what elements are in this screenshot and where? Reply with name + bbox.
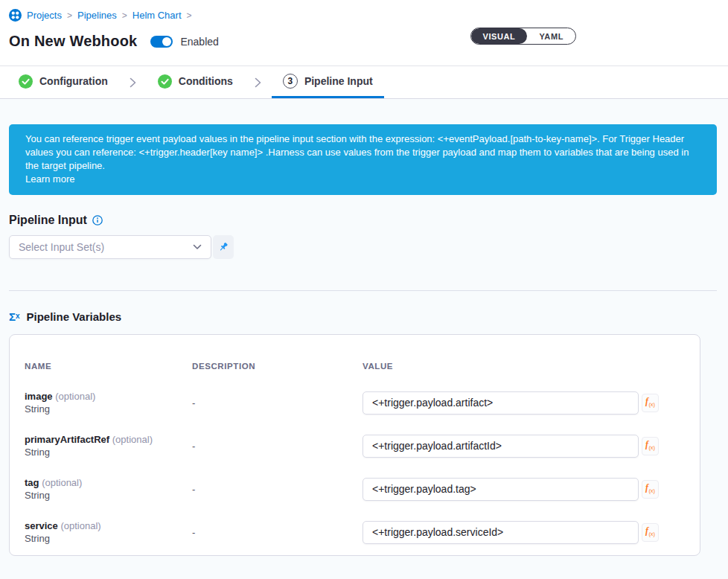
- variable-value-cell: f(x): [363, 478, 685, 501]
- visual-yaml-toggle: VISUAL YAML: [470, 28, 577, 45]
- input-set-row: Select Input Set(s): [9, 235, 717, 259]
- expression-fx-button[interactable]: f(x): [642, 437, 659, 455]
- variable-value-input[interactable]: [363, 435, 639, 458]
- check-circle-icon: [19, 74, 33, 89]
- fx-icon-sub: (x): [648, 444, 655, 451]
- step-number-icon: 3: [283, 74, 298, 89]
- variable-description-cell: -: [192, 525, 363, 539]
- breadcrumb-separator: >: [187, 10, 192, 21]
- pipeline-input-heading-label: Pipeline Input: [9, 214, 87, 227]
- variable-optional-label: (optional): [112, 434, 153, 445]
- sigma-variables-icon: Σˣ: [9, 310, 20, 323]
- info-banner-text: You can reference trigger event payload …: [25, 133, 689, 171]
- variable-value-input[interactable]: [363, 478, 639, 501]
- pin-input-set-button[interactable]: [213, 235, 234, 259]
- column-header-description: DESCRIPTION: [192, 362, 363, 371]
- chevron-right-icon: [255, 66, 261, 98]
- table-row: primaryArtifactRef (optional) String - f…: [25, 433, 685, 458]
- enabled-toggle[interactable]: [150, 36, 173, 48]
- fx-icon: f: [645, 439, 648, 450]
- variable-optional-label: (optional): [60, 520, 100, 531]
- variable-optional-label: (optional): [42, 477, 82, 488]
- fx-icon-sub: (x): [648, 531, 655, 537]
- variable-description-cell: -: [192, 482, 363, 496]
- table-row: image (optional) String - f(x): [25, 390, 685, 415]
- variable-name-cell: tag (optional) String: [25, 476, 192, 502]
- tab-configuration[interactable]: Configuration: [7, 66, 119, 98]
- column-header-value: VALUE: [363, 362, 685, 371]
- page-title: On New Webhook: [9, 33, 137, 50]
- section-divider: [9, 290, 717, 291]
- variable-description: -: [192, 527, 195, 538]
- breadcrumb-link-helm-chart[interactable]: Helm Chart: [132, 10, 182, 21]
- fx-icon: f: [645, 482, 648, 493]
- variable-description: -: [192, 441, 195, 452]
- chevron-right-icon: [130, 66, 136, 98]
- chevron-down-icon: [193, 244, 202, 250]
- variable-type: String: [25, 532, 192, 545]
- table-row: service (optional) String - f(x): [25, 519, 685, 545]
- pipeline-variables-heading-label: Pipeline Variables: [27, 310, 122, 323]
- check-circle-icon: [158, 74, 172, 89]
- input-set-select-placeholder: Select Input Set(s): [19, 241, 104, 253]
- breadcrumb-separator: >: [67, 10, 72, 21]
- tab-label: Configuration: [39, 75, 108, 87]
- main-content: You can reference trigger event payload …: [0, 124, 728, 556]
- visual-toggle-button[interactable]: VISUAL: [471, 28, 528, 44]
- variable-value-cell: f(x): [363, 391, 685, 415]
- variable-optional-label: (optional): [55, 391, 95, 402]
- variable-type: String: [25, 489, 192, 502]
- pin-icon: [217, 241, 229, 253]
- variable-name: tag: [25, 477, 39, 488]
- variable-name: service: [25, 520, 58, 531]
- pipeline-variables-heading: Σˣ Pipeline Variables: [9, 310, 717, 323]
- learn-more-link[interactable]: Learn more: [25, 173, 74, 186]
- fx-icon-sub: (x): [648, 487, 655, 494]
- fx-icon-sub: (x): [648, 401, 655, 408]
- variable-value-cell: f(x): [363, 521, 685, 544]
- variable-type: String: [25, 446, 192, 458]
- variable-name-cell: image (optional) String: [25, 390, 192, 415]
- tab-label: Pipeline Input: [304, 75, 373, 87]
- variable-description-cell: -: [192, 439, 363, 452]
- breadcrumb-link-projects[interactable]: Projects: [27, 10, 62, 21]
- breadcrumb-separator: >: [122, 10, 127, 21]
- yaml-toggle-button[interactable]: YAML: [527, 28, 575, 44]
- pipeline-variables-card: NAME DESCRIPTION VALUE image (optional) …: [9, 334, 700, 556]
- expression-fx-button[interactable]: f(x): [642, 394, 659, 412]
- variable-value-input[interactable]: [363, 521, 639, 544]
- variable-type: String: [25, 403, 192, 415]
- variables-table-header: NAME DESCRIPTION VALUE: [25, 362, 685, 371]
- toggle-knob: [162, 37, 171, 46]
- harness-projects-icon: [9, 9, 22, 22]
- expression-fx-button[interactable]: f(x): [642, 480, 659, 499]
- input-set-select[interactable]: Select Input Set(s): [9, 235, 211, 259]
- variable-description-cell: -: [192, 396, 363, 409]
- title-row: On New Webhook Enabled: [9, 33, 716, 50]
- variable-name: image: [25, 391, 53, 402]
- pipeline-input-heading: Pipeline Input: [9, 214, 717, 227]
- variable-description: -: [192, 484, 195, 495]
- enabled-label: Enabled: [180, 36, 218, 48]
- variable-description: -: [192, 397, 195, 409]
- variable-value-input[interactable]: [363, 391, 639, 415]
- wizard-tab-bar: Configuration Conditions 3 Pipeline Inpu…: [0, 65, 728, 99]
- page-header: Projects > Pipelines > Helm Chart > On N…: [0, 0, 728, 65]
- info-icon[interactable]: [92, 215, 103, 225]
- variable-value-cell: f(x): [363, 435, 685, 458]
- info-banner: You can reference trigger event payload …: [9, 124, 717, 195]
- fx-icon: f: [645, 396, 648, 407]
- column-header-name: NAME: [25, 362, 192, 371]
- expression-fx-button[interactable]: f(x): [642, 523, 659, 542]
- tab-label: Conditions: [179, 75, 233, 87]
- breadcrumb: Projects > Pipelines > Helm Chart >: [9, 9, 716, 22]
- variable-name-cell: service (optional) String: [25, 519, 192, 545]
- table-row: tag (optional) String - f(x): [25, 476, 685, 502]
- breadcrumb-link-pipelines[interactable]: Pipelines: [77, 10, 117, 21]
- variable-name: primaryArtifactRef: [25, 434, 109, 445]
- variable-name-cell: primaryArtifactRef (optional) String: [25, 433, 192, 458]
- tab-pipeline-input[interactable]: 3 Pipeline Input: [272, 66, 384, 98]
- variables-table-body: image (optional) String - f(x) primaryAr…: [25, 390, 685, 545]
- tab-conditions[interactable]: Conditions: [147, 66, 244, 98]
- fx-icon: f: [645, 525, 648, 537]
